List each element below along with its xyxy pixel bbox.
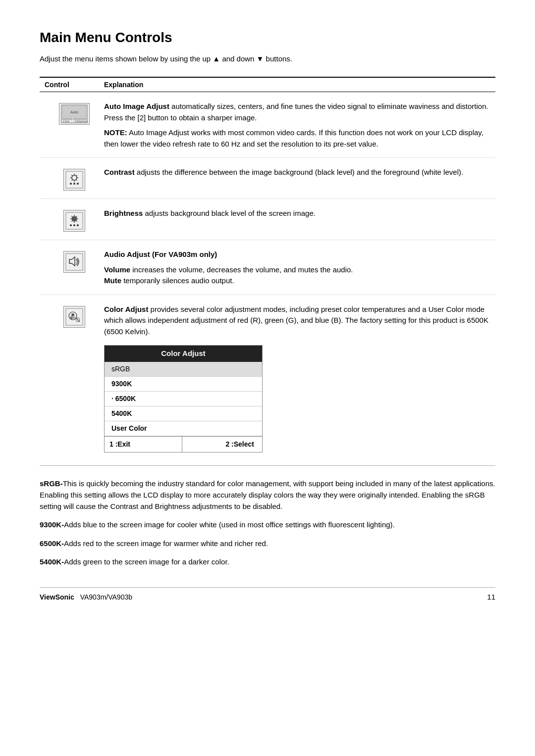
ca-row-5400k: 5400K xyxy=(105,406,262,421)
svg-line-16 xyxy=(72,180,73,181)
svg-point-18 xyxy=(73,183,75,185)
svg-point-39 xyxy=(71,313,74,316)
color-adjust-text: Color Adjust provides several color adju… xyxy=(104,304,495,457)
svg-text:2:Brightness: 2:Brightness xyxy=(75,120,88,123)
icon-cell-color xyxy=(40,304,104,328)
auto-image-text: Auto Image Adjust automatically sizes, c… xyxy=(104,101,495,150)
9300k-paragraph: 9300K-Adds blue to the screen image for … xyxy=(40,519,495,530)
auto-image-icon: Auto 1:Exit 2:Brightness xyxy=(59,103,90,125)
svg-point-38 xyxy=(73,316,76,319)
col-control-label: Control xyxy=(40,81,104,89)
5400k-paragraph: 5400K-Adds green to the screen image for… xyxy=(40,556,495,567)
svg-line-29 xyxy=(72,221,73,222)
svg-line-14 xyxy=(76,180,77,181)
auto-image-svg: Auto 1:Exit 2:Brightness xyxy=(61,104,88,123)
svg-text:1:Exit: 1:Exit xyxy=(63,120,69,123)
svg-line-28 xyxy=(76,216,77,217)
audio-svg xyxy=(65,253,83,271)
svg-point-21 xyxy=(72,216,77,221)
page-footer: ViewSonic VA903m/VA903b 11 xyxy=(40,587,495,601)
svg-line-26 xyxy=(72,216,73,217)
svg-line-15 xyxy=(76,175,77,176)
audio-text: Audio Adjust (For VA903m only) Volume in… xyxy=(104,249,495,287)
ca-row-srgb: sRGB xyxy=(105,362,262,377)
svg-point-31 xyxy=(73,224,75,226)
color-icon xyxy=(63,306,85,328)
icon-cell-auto-image: Auto 1:Exit 2:Brightness xyxy=(40,101,104,125)
ca-select-label: 2 :Select xyxy=(182,437,263,452)
color-svg xyxy=(65,308,83,326)
col-explanation-label: Explanation xyxy=(104,81,143,89)
body-paragraphs: sRGB-This is quickly becoming the indust… xyxy=(40,478,495,568)
footer-model: VA903m/VA903b xyxy=(80,593,132,601)
ca-header: Color Adjust xyxy=(105,346,262,362)
contrast-text: Contrast adjusts the difference between … xyxy=(104,167,495,178)
ca-footer: 1 :Exit 2 :Select xyxy=(105,436,262,452)
ca-row-usercolor: User Color xyxy=(105,421,262,436)
svg-rect-33 xyxy=(66,253,83,270)
brightness-icon xyxy=(63,210,85,232)
color-adjust-table: Color Adjust sRGB 9300K · 6500K 5400K Us… xyxy=(104,345,263,453)
icon-cell-brightness xyxy=(40,208,104,232)
6500k-paragraph: 6500K-Adds red to the screen image for w… xyxy=(40,538,495,549)
table-row: Color Adjust provides several color adju… xyxy=(40,295,495,465)
srgb-paragraph: sRGB-This is quickly becoming the indust… xyxy=(40,478,495,512)
brightness-svg xyxy=(65,212,83,230)
svg-line-27 xyxy=(76,221,77,222)
footer-brand: ViewSonic xyxy=(40,593,74,601)
footer-brand-model: ViewSonic VA903m/VA903b xyxy=(40,593,132,601)
svg-point-37 xyxy=(70,316,73,319)
contrast-svg xyxy=(65,171,83,189)
svg-point-32 xyxy=(77,224,79,226)
svg-point-17 xyxy=(70,183,72,185)
svg-point-30 xyxy=(70,224,72,226)
icon-cell-contrast xyxy=(40,167,104,191)
svg-line-13 xyxy=(72,175,73,176)
icon-cell-audio xyxy=(40,249,104,273)
table-body: Auto 1:Exit 2:Brightness Auto Image Adju… xyxy=(40,92,495,466)
intro-text: Adjust the menu items shown below by usi… xyxy=(40,54,495,63)
ca-row-6500k: · 6500K xyxy=(105,392,262,406)
svg-point-19 xyxy=(77,183,79,185)
table-header: Control Explanation xyxy=(40,77,495,92)
svg-text:Auto: Auto xyxy=(70,110,79,114)
audio-icon xyxy=(63,251,85,273)
ca-exit-label: 1 :Exit xyxy=(105,437,182,452)
table-row: Brightness adjusts background black leve… xyxy=(40,199,495,240)
table-row: Audio Adjust (For VA903m only) Volume in… xyxy=(40,240,495,295)
table-row: Auto 1:Exit 2:Brightness Auto Image Adju… xyxy=(40,92,495,158)
table-row: Contrast adjusts the difference between … xyxy=(40,158,495,199)
brightness-text: Brightness adjusts background black leve… xyxy=(104,208,495,219)
footer-page-number: 11 xyxy=(487,593,495,601)
page-title: Main Menu Controls xyxy=(40,30,495,46)
contrast-icon xyxy=(63,169,85,191)
ca-row-9300k: 9300K xyxy=(105,377,262,392)
